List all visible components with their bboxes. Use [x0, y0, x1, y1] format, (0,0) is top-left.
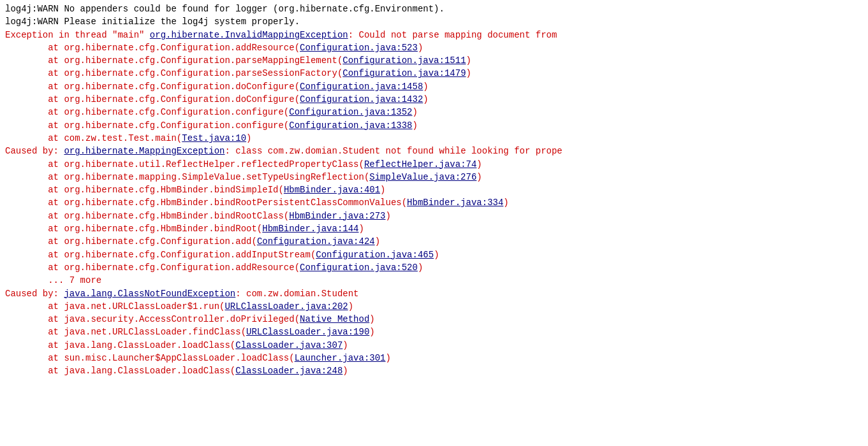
console-line: at org.hibernate.util.ReflectHelper.refl…	[5, 158, 863, 171]
console-line: at org.hibernate.cfg.Configuration.addRe…	[5, 41, 863, 54]
caused-by-link[interactable]: java.lang.ClassNotFoundException	[64, 289, 235, 299]
console-line: at org.hibernate.cfg.HbmBinder.bindRootC…	[5, 210, 863, 222]
console-line: at org.hibernate.cfg.Configuration.addIn…	[5, 248, 863, 261]
console-line: at org.hibernate.cfg.Configuration.confi…	[5, 106, 863, 119]
console-line: at java.security.AccessController.doPriv…	[5, 313, 863, 326]
console-output: log4j:WARN No appenders could be found f…	[0, 0, 868, 446]
console-line: at org.hibernate.cfg.Configuration.add(C…	[5, 235, 863, 248]
console-line: ... 7 more	[5, 274, 863, 287]
console-line: at org.hibernate.mapping.SimpleValue.set…	[5, 171, 863, 183]
console-line: at org.hibernate.cfg.Configuration.parse…	[5, 67, 863, 80]
console-line: at org.hibernate.cfg.Configuration.addRe…	[5, 261, 863, 274]
console-line: at org.hibernate.cfg.HbmBinder.bindRoot(…	[5, 222, 863, 235]
stack-link[interactable]: Launcher.java:301	[295, 353, 386, 363]
stack-link[interactable]: Configuration.java:1338	[289, 120, 412, 131]
console-line: log4j:WARN Please initialize the log4j s…	[5, 15, 863, 28]
stack-link[interactable]: Configuration.java:523	[300, 43, 418, 53]
stack-link[interactable]: Native Method	[300, 314, 369, 324]
stack-link[interactable]: ClassLoader.java:307	[235, 340, 342, 350]
console-line: at com.zw.test.Test.main(Test.java:10)	[5, 132, 863, 145]
console-line: at java.lang.ClassLoader.loadClass(Class…	[5, 339, 863, 352]
console-line: at java.lang.ClassLoader.loadClass(Class…	[5, 364, 863, 377]
console-line: at sun.misc.Launcher$AppClassLoader.load…	[5, 352, 863, 364]
console-line: Caused by: java.lang.ClassNotFoundExcept…	[5, 287, 863, 300]
stack-link[interactable]: HbmBinder.java:401	[284, 185, 380, 195]
console-line: at org.hibernate.cfg.Configuration.parse…	[5, 54, 863, 67]
stack-link[interactable]: Configuration.java:1479	[342, 68, 466, 78]
console-line: at org.hibernate.cfg.HbmBinder.bindRootP…	[5, 196, 863, 209]
stack-link[interactable]: HbmBinder.java:334	[407, 198, 503, 208]
stack-link[interactable]: Configuration.java:1432	[300, 94, 423, 104]
console-line: at java.net.URLClassLoader$1.run(URLClas…	[5, 300, 863, 313]
stack-link[interactable]: Configuration.java:424	[257, 236, 375, 247]
console-line: at org.hibernate.cfg.Configuration.doCon…	[5, 80, 863, 93]
stack-link[interactable]: Configuration.java:1352	[289, 107, 412, 117]
console-line: at java.net.URLClassLoader.findClass(URL…	[5, 326, 863, 338]
stack-link[interactable]: URLClassLoader.java:202	[224, 301, 348, 312]
stack-link[interactable]: SimpleValue.java:276	[369, 172, 476, 182]
stack-link[interactable]: Configuration.java:520	[300, 263, 418, 273]
stack-link[interactable]: Configuration.java:465	[316, 250, 434, 260]
stack-link[interactable]: URLClassLoader.java:190	[246, 327, 369, 337]
exception-link[interactable]: org.hibernate.InvalidMappingException	[150, 30, 348, 40]
console-line: log4j:WARN No appenders could be found f…	[5, 3, 863, 15]
stack-link[interactable]: HbmBinder.java:273	[289, 211, 385, 221]
stack-link[interactable]: ClassLoader.java:248	[235, 366, 342, 376]
console-line: at org.hibernate.cfg.Configuration.confi…	[5, 119, 863, 132]
stack-link[interactable]: Test.java:10	[182, 133, 246, 143]
stack-link[interactable]: Configuration.java:1458	[300, 82, 423, 92]
caused-by-link[interactable]: org.hibernate.MappingException	[64, 146, 224, 156]
stack-link[interactable]: ReflectHelper.java:74	[364, 159, 476, 169]
stack-link[interactable]: HbmBinder.java:144	[262, 224, 358, 234]
console-line: at org.hibernate.cfg.HbmBinder.bindSimpl…	[5, 183, 863, 196]
stack-link[interactable]: Configuration.java:1511	[342, 55, 466, 66]
console-line: Exception in thread "main" org.hibernate…	[5, 29, 863, 41]
console-line: at org.hibernate.cfg.Configuration.doCon…	[5, 93, 863, 106]
console-line: Caused by: org.hibernate.MappingExceptio…	[5, 145, 863, 157]
